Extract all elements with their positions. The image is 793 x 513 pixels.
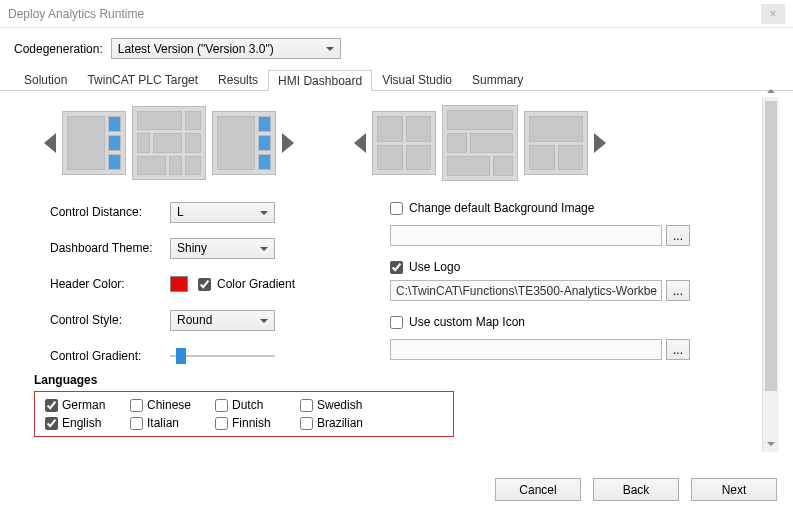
map-icon-input[interactable] xyxy=(390,316,403,329)
dashboard-theme-label: Dashboard Theme: xyxy=(50,241,160,255)
languages-box: GermanChineseDutchSwedishEnglishItalianF… xyxy=(34,391,454,437)
codegen-value: Latest Version ("Version 3.0") xyxy=(118,42,274,56)
codegen-select[interactable]: Latest Version ("Version 3.0") xyxy=(111,38,341,59)
control-style-value: Round xyxy=(177,313,212,327)
change-bg-text: Change default Background Image xyxy=(409,201,594,215)
languages-title: Languages xyxy=(34,373,742,387)
dashboard-theme-select[interactable]: Shiny xyxy=(170,238,275,259)
language-input[interactable] xyxy=(130,399,143,412)
language-label: Dutch xyxy=(232,398,263,412)
bg-image-path[interactable] xyxy=(390,225,662,246)
language-input[interactable] xyxy=(300,399,313,412)
vertical-scrollbar[interactable] xyxy=(762,97,779,452)
tab-bar: Solution TwinCAT PLC Target Results HMI … xyxy=(0,69,793,91)
language-input[interactable] xyxy=(300,417,313,430)
template-thumb[interactable] xyxy=(524,111,588,175)
change-bg-input[interactable] xyxy=(390,202,403,215)
use-logo-text: Use Logo xyxy=(409,260,460,274)
template-thumb[interactable] xyxy=(372,111,436,175)
template-thumb[interactable] xyxy=(212,111,276,175)
dashboard-theme-value: Shiny xyxy=(177,241,207,255)
map-icon-path[interactable] xyxy=(390,339,662,360)
control-distance-label: Control Distance: xyxy=(50,205,160,219)
control-distance-value: L xyxy=(177,205,184,219)
carousel-prev-icon[interactable] xyxy=(354,133,366,153)
window-title: Deploy Analytics Runtime xyxy=(8,7,144,21)
control-gradient-label: Control Gradient: xyxy=(50,349,160,363)
header-color-label: Header Color: xyxy=(50,277,160,291)
use-logo-input[interactable] xyxy=(390,261,403,274)
language-input[interactable] xyxy=(45,399,58,412)
language-checkbox-italian[interactable]: Italian xyxy=(130,416,215,430)
slider-thumb[interactable] xyxy=(176,348,186,364)
language-label: Swedish xyxy=(317,398,362,412)
language-label: English xyxy=(62,416,101,430)
language-input[interactable] xyxy=(215,399,228,412)
carousel-next-icon[interactable] xyxy=(594,133,606,153)
change-bg-checkbox[interactable]: Change default Background Image xyxy=(390,201,690,215)
template-thumb[interactable] xyxy=(442,105,518,181)
tab-visual-studio[interactable]: Visual Studio xyxy=(372,69,462,90)
color-gradient-text: Color Gradient xyxy=(217,277,295,291)
language-label: German xyxy=(62,398,105,412)
language-checkbox-dutch[interactable]: Dutch xyxy=(215,398,300,412)
control-style-label: Control Style: xyxy=(50,313,160,327)
template-thumb[interactable] xyxy=(132,106,206,180)
tab-summary[interactable]: Summary xyxy=(462,69,533,90)
scroll-up-icon[interactable] xyxy=(763,82,779,99)
codegen-label: Codegeneration: xyxy=(14,42,103,56)
tab-solution[interactable]: Solution xyxy=(14,69,77,90)
color-gradient-checkbox[interactable]: Color Gradient xyxy=(198,277,295,291)
control-distance-select[interactable]: L xyxy=(170,202,275,223)
language-label: Chinese xyxy=(147,398,191,412)
carousel-prev-icon[interactable] xyxy=(44,133,56,153)
control-style-select[interactable]: Round xyxy=(170,310,275,331)
tab-plc-target[interactable]: TwinCAT PLC Target xyxy=(77,69,208,90)
language-label: Finnish xyxy=(232,416,271,430)
language-checkbox-english[interactable]: English xyxy=(45,416,130,430)
carousel-next-icon[interactable] xyxy=(282,133,294,153)
header-color-swatch[interactable] xyxy=(170,276,188,292)
color-gradient-input[interactable] xyxy=(198,278,211,291)
language-input[interactable] xyxy=(215,417,228,430)
language-input[interactable] xyxy=(130,417,143,430)
scroll-down-icon[interactable] xyxy=(763,435,779,452)
template-thumb[interactable] xyxy=(62,111,126,175)
next-button[interactable]: Next xyxy=(691,478,777,501)
map-icon-text: Use custom Map Icon xyxy=(409,315,525,329)
language-checkbox-finnish[interactable]: Finnish xyxy=(215,416,300,430)
language-checkbox-brazilian[interactable]: Brazilian xyxy=(300,416,385,430)
language-checkbox-swedish[interactable]: Swedish xyxy=(300,398,385,412)
cancel-button[interactable]: Cancel xyxy=(495,478,581,501)
close-icon: × xyxy=(769,7,776,21)
layout-carousel-left xyxy=(44,105,294,181)
close-button[interactable]: × xyxy=(761,4,785,24)
language-checkbox-chinese[interactable]: Chinese xyxy=(130,398,215,412)
layout-carousel-right xyxy=(354,105,606,181)
tab-results[interactable]: Results xyxy=(208,69,268,90)
language-label: Brazilian xyxy=(317,416,363,430)
tab-hmi-dashboard[interactable]: HMI Dashboard xyxy=(268,70,372,91)
scrollbar-thumb[interactable] xyxy=(765,101,777,391)
map-icon-browse-button[interactable]: ... xyxy=(666,339,690,360)
map-icon-checkbox[interactable]: Use custom Map Icon xyxy=(390,315,690,329)
language-checkbox-german[interactable]: German xyxy=(45,398,130,412)
language-label: Italian xyxy=(147,416,179,430)
back-button[interactable]: Back xyxy=(593,478,679,501)
control-gradient-slider[interactable] xyxy=(170,346,275,366)
logo-path[interactable]: C:\TwinCAT\Functions\TE3500-Analytics-Wo… xyxy=(390,280,662,301)
language-input[interactable] xyxy=(45,417,58,430)
logo-browse-button[interactable]: ... xyxy=(666,280,690,301)
use-logo-checkbox[interactable]: Use Logo xyxy=(390,260,690,274)
bg-image-browse-button[interactable]: ... xyxy=(666,225,690,246)
